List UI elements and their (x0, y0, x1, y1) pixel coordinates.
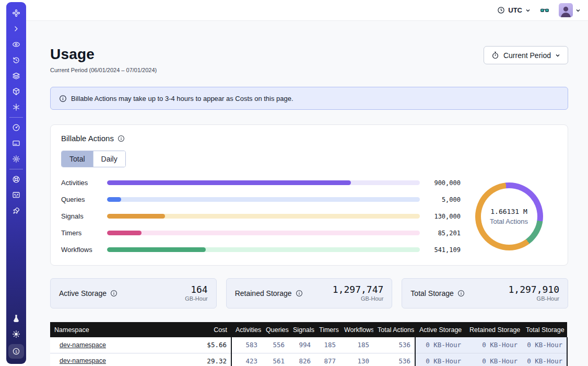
bar-value: 541,109 (420, 246, 461, 254)
col-header-total-storage: Total Storage (522, 322, 567, 337)
bar-fill (107, 197, 121, 202)
sidebar: $ (6, 2, 26, 364)
sidebar-item-logo[interactable] (9, 7, 23, 19)
sidebar-item-docs[interactable] (9, 189, 23, 201)
info-icon[interactable] (117, 135, 125, 142)
table-header-row: NamespaceCostActivitiesQueriesSignalsTim… (50, 322, 567, 337)
info-banner-text: Billable Actions may take up to 3-4 hour… (71, 95, 293, 102)
billable-actions-card: Billable Actions TotalDaily Activities90… (50, 124, 568, 266)
info-icon (59, 95, 67, 102)
stopwatch-icon (491, 51, 499, 59)
namespace-usage-table-wrap: NamespaceCostActivitiesQueriesSignalsTim… (50, 322, 568, 366)
col-header-workflows: Workflows (340, 322, 373, 337)
chevron-down-icon (555, 53, 560, 58)
bar-track (107, 180, 420, 185)
donut-center: 1.66131 M Total Actions (481, 188, 537, 245)
bar-fill (107, 180, 351, 185)
asterisk-icon (12, 103, 20, 111)
cube-icon (12, 87, 20, 96)
namespace-usage-table: NamespaceCostActivitiesQueriesSignalsTim… (50, 322, 568, 366)
page-subtitle: Current Period (06/01/2024 – 07/01/2024) (50, 67, 157, 73)
timezone-selector[interactable]: UTC (497, 6, 531, 14)
total-actions-label: Total Actions (490, 218, 528, 225)
sidebar-item-theme[interactable] (9, 328, 23, 340)
col-header-activities: Activities (231, 322, 262, 337)
sidebar-item-labs[interactable] (9, 313, 23, 324)
sidebar-item-deployments[interactable] (9, 86, 23, 97)
sidebar-item-settings[interactable] (9, 153, 23, 165)
bar-value: 900,000 (420, 179, 461, 187)
storage-cell: 0 KB-Hour (465, 353, 522, 366)
rocket-icon (12, 207, 20, 215)
topbar: UTC (26, 0, 588, 21)
storage-card-total-storage: Total Storage 1,297,910GB-Hour (402, 278, 568, 308)
glasses-icon[interactable] (538, 5, 551, 16)
billable-actions-title: Billable Actions (61, 134, 114, 143)
period-selector-button[interactable]: Current Period (484, 46, 568, 64)
bar-label: Activities (61, 179, 107, 187)
info-icon[interactable] (457, 290, 465, 297)
bar-track (107, 247, 420, 252)
lifebuoy-icon (12, 175, 20, 184)
sidebar-item-expand[interactable] (9, 23, 23, 35)
tab-total[interactable]: Total (62, 151, 93, 167)
total-actions-value: 1.66131 M (490, 208, 527, 215)
timezone-label: UTC (508, 6, 522, 14)
bar-fill (107, 231, 142, 235)
billable-actions-bar-chart: Activities900,000Queries5,000Signals130,… (61, 179, 461, 254)
actions-cell: 583 (231, 337, 262, 353)
actions-cell: 130 (340, 353, 373, 366)
actions-cell: 826 (289, 353, 315, 366)
chart-mode-tabs: TotalDaily (61, 151, 126, 167)
storage-card-value: 1,297,910 (508, 285, 559, 295)
actions-cell: 423 (231, 353, 262, 366)
storage-card-unit: GB-Hour (333, 295, 384, 302)
info-icon[interactable] (296, 290, 303, 297)
bar-row-timers: Timers85,201 (61, 229, 461, 237)
actions-cell: 877 (315, 353, 340, 366)
card-icon (12, 139, 20, 147)
storage-cell: 0 KB-Hour (465, 337, 522, 353)
col-header-cost: Cost (183, 322, 231, 337)
storage-card-unit: GB-Hour (508, 295, 559, 302)
namespace-link[interactable]: dev-namespace (60, 357, 106, 364)
sidebar-item-billing-card[interactable] (9, 138, 23, 149)
account-menu[interactable] (559, 3, 581, 17)
table-row: dev-namespace29.324235618268771305360 KB… (50, 353, 567, 366)
gauge-icon (12, 123, 20, 132)
total-actions-donut-chart: 1.66131 M Total Actions (475, 182, 543, 250)
svg-text:$: $ (15, 349, 18, 354)
storage-cell: 0 KB-Hour (522, 353, 567, 366)
storage-card-value: 164 (185, 285, 207, 295)
actions-cell: 536 (373, 337, 415, 353)
sidebar-divider (9, 169, 23, 169)
actions-cell: 994 (289, 337, 315, 353)
sidebar-item-usage[interactable]: $ (8, 344, 24, 359)
sidebar-item-history[interactable] (9, 54, 23, 66)
page-title: Usage (50, 46, 157, 63)
bar-track (107, 231, 420, 235)
actions-cell: 185 (315, 337, 340, 353)
tab-daily[interactable]: Daily (93, 151, 125, 167)
sidebar-item-schedules[interactable] (9, 101, 23, 113)
sidebar-item-support[interactable] (9, 174, 23, 185)
sidebar-item-namespaces[interactable] (9, 39, 23, 50)
actions-cell: 185 (340, 337, 373, 353)
sidebar-item-getting-started[interactable] (9, 205, 23, 216)
temporal-logo-icon (12, 9, 20, 17)
sidebar-item-layers[interactable] (9, 70, 23, 82)
bar-value: 130,000 (420, 213, 461, 220)
layers-icon (12, 72, 20, 80)
col-header-retained-storage: Retained Storage (465, 322, 522, 337)
chevron-down-icon (575, 8, 581, 13)
namespace-link[interactable]: dev-namespace (60, 341, 106, 349)
sidebar-item-metrics[interactable] (9, 122, 23, 133)
storage-card-unit: GB-Hour (185, 295, 207, 302)
col-header-active-storage: Active Storage (415, 322, 465, 337)
info-icon[interactable] (110, 290, 117, 297)
bar-track (107, 197, 420, 202)
bar-value: 85,201 (420, 230, 461, 237)
bar-label: Workflows (61, 246, 107, 254)
main-content: Usage Current Period (06/01/2024 – 07/01… (26, 21, 588, 366)
period-selector-label: Current Period (503, 51, 551, 60)
